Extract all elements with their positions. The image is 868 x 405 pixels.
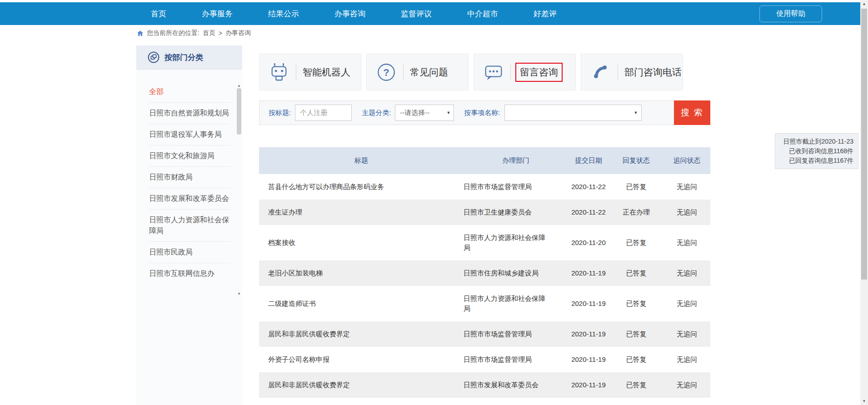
sidebar-item[interactable]: 日照市民政局 [149,242,230,263]
robot-icon [269,62,289,83]
breadcrumb-prefix: 您当前所在的位置: [147,29,200,37]
nav-menu: 首页办事服务结果公示办事咨询监督评议中介超市好差评 [0,2,868,25]
cell-title[interactable]: 准生证办理 [259,200,464,225]
sidebar-item[interactable]: 日照市退役军人事务局 [149,124,230,145]
category-icon [147,51,160,64]
tab-divider [296,64,296,80]
cell-reply_status: 已答复 [609,347,663,372]
nav-item[interactable]: 好差评 [534,9,557,19]
cell-department: 日照市住房和城乡建设局 [464,260,568,286]
svg-text:?: ? [383,66,389,78]
nav-item[interactable]: 结果公示 [268,9,299,19]
sidebar-department-list: 全部日照市自然资源和规划局日照市退役军人事务局日照市文化和旅游局日照市财政局日照… [136,70,242,284]
scroll-up-icon[interactable]: ▲ [860,0,868,8]
cell-followup_status: 无追问 [663,372,710,398]
scroll-down-icon[interactable]: ▼ [860,397,868,405]
cell-date: 2020-11-20 [568,225,609,260]
search-button[interactable]: 搜 索 [674,100,710,125]
help-button[interactable]: 使用帮助 [759,5,822,22]
home-icon [137,30,144,37]
sidebar-item[interactable]: 日照市发展和改革委员会 [149,188,230,210]
cell-department: 日照市人力资源和社会保障局 [464,225,568,260]
cell-reply_status: 已答复 [609,225,663,260]
cell-title[interactable]: 莒县什么地方可以办理商品条形码业务 [259,174,464,200]
cell-date: 2020-11-19 [568,286,609,321]
nav-item[interactable]: 办事咨询 [334,9,365,19]
cell-department: 日照市市场监督管理局 [464,321,568,347]
cell-department: 日照市发展和改革委员会 [464,372,568,398]
cell-followup_status: 无追问 [663,347,710,372]
cell-followup_status: 无追问 [663,174,710,200]
chevron-down-icon: ▼ [446,110,450,115]
search-title-input[interactable] [295,105,352,121]
tab-faq[interactable]: ? 常见问题 [366,54,469,90]
table-body: 莒县什么地方可以办理商品条形码业务日照市市场监督管理局2020-11-22已答复… [259,174,710,398]
cell-title[interactable]: 外资子公司名称申报 [259,347,464,372]
cell-date: 2020-11-22 [568,174,609,200]
stats-line: 已回复咨询信息1167件 [780,156,853,165]
sidebar-header: 按部门分类 [136,45,242,70]
cell-title[interactable]: 档案接收 [259,225,464,260]
tab-phone-consult[interactable]: 部门咨询电话 [581,54,683,90]
sidebar-item[interactable]: 日照市人力资源和社会保障局 [149,210,230,242]
cell-date: 2020-11-22 [568,200,609,225]
cell-reply_status: 已答复 [609,372,663,398]
stats-line: 已收到咨询信息1168件 [780,146,853,156]
stats-box: 日照市截止到2020-11-23已收到咨询信息1168件已回复咨询信息1167件 [775,133,858,169]
table-row: 二级建造师证书日照市人力资源和社会保障局2020-11-19已答复无追问 [259,286,710,321]
nav-item[interactable]: 监督评议 [401,9,432,19]
cell-followup_status: 无追问 [663,260,710,286]
tab-divider [618,64,618,80]
table-row: 准生证办理日照市卫生健康委员会2020-11-22正在办理无追问 [259,200,710,225]
search-category-label: 主题分类: [362,109,391,117]
table-row: 外资子公司名称申报日照市市场监督管理局2020-11-19已答复无追问 [259,347,710,372]
breadcrumb: 您当前所在的位置: 首页 > 办事咨询 [137,29,251,37]
phone-icon [590,62,611,83]
department-sidebar: 按部门分类 全部日照市自然资源和规划局日照市退役军人事务局日照市文化和旅游局日照… [136,45,242,405]
nav-item[interactable]: 中介超市 [467,9,498,19]
cell-followup_status: 无追问 [663,200,710,225]
search-bar: 按标题: 主题分类: --请选择-- ▼ 按事项名称: ▼ 搜 索 [259,100,710,125]
cell-date: 2020-11-19 [568,321,609,347]
sidebar-scroll-down-icon[interactable]: ▼ [236,291,242,296]
item-name-select[interactable]: ▼ [504,105,642,121]
sidebar-item[interactable]: 日照市自然资源和规划局 [149,103,230,124]
cell-date: 2020-11-19 [568,372,609,398]
column-header: 追问状态 [663,147,710,174]
tab-label: 智能机器人 [303,66,350,79]
sidebar-item[interactable]: 全部 [149,81,230,103]
breadcrumb-home-link[interactable]: 首页 [203,29,215,37]
column-header: 办理部门 [464,147,568,174]
page-scrollbar[interactable]: ▲ ▼ [860,0,868,405]
sidebar-item[interactable]: 日照市财政局 [149,167,230,188]
cell-reply_status: 已答复 [609,174,663,200]
sidebar-scrollbar-thumb[interactable] [237,88,241,135]
table-row: 莒县什么地方可以办理商品条形码业务日照市市场监督管理局2020-11-22已答复… [259,174,710,200]
tab-smart-robot[interactable]: 智能机器人 [259,54,361,90]
cell-reply_status: 已答复 [609,286,663,321]
scrollbar-thumb[interactable] [861,9,867,280]
cell-date: 2020-11-19 [568,260,609,286]
cell-title[interactable]: 居民和非居民供暖收费界定 [259,372,464,398]
cell-date: 2020-11-19 [568,347,609,372]
sidebar-item[interactable]: 日照市互联网信息办 [149,263,230,284]
highlight-box: 留言咨询 [515,63,563,82]
tab-message-consult[interactable]: 留言咨询 [474,54,576,90]
top-navbar: 首页办事服务结果公示办事咨询监督评议中介超市好差评 使用帮助 [0,2,868,25]
cell-title[interactable]: 老旧小区加装电梯 [259,260,464,286]
sidebar-scroll-up-icon[interactable]: ▲ [236,83,242,88]
nav-item[interactable]: 办事服务 [202,9,233,19]
tab-divider [510,64,511,80]
breadcrumb-current[interactable]: 办事咨询 [225,29,251,37]
tab-label: 常见问题 [410,66,448,79]
cell-department: 日照市市场监督管理局 [464,174,568,200]
cell-title[interactable]: 居民和非居民供暖收费界定 [259,321,464,347]
sidebar-item[interactable]: 日照市文化和旅游局 [149,145,230,167]
category-select[interactable]: --请选择-- ▼ [395,105,454,121]
tab-divider [403,64,404,80]
cell-title[interactable]: 二级建造师证书 [259,286,464,321]
stats-line: 日照市截止到2020-11-23 [780,137,853,146]
column-header: 提交日期 [568,147,609,174]
nav-item[interactable]: 首页 [151,9,166,19]
sidebar-title: 按部门分类 [165,52,203,63]
